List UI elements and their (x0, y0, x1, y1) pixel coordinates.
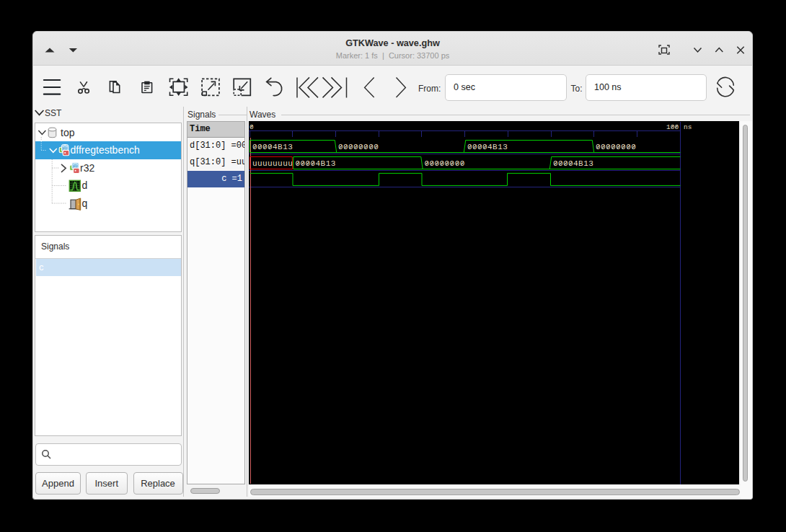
svg-text:00004B13: 00004B13 (553, 159, 593, 168)
svg-text:100: 100 (666, 123, 679, 131)
svg-text:uuuuuuuu: uuuuuuuu (252, 159, 293, 168)
svg-text:00004B13: 00004B13 (295, 159, 335, 168)
svg-text:00000000: 00000000 (338, 143, 379, 151)
svg-text:00004B13: 00004B13 (252, 143, 293, 151)
svg-text:0: 0 (250, 123, 254, 131)
svg-text:00000000: 00000000 (424, 159, 464, 168)
svg-text:00004B13: 00004B13 (467, 143, 508, 151)
svg-text:ns: ns (684, 123, 692, 131)
svg-text:00000000: 00000000 (596, 143, 636, 151)
